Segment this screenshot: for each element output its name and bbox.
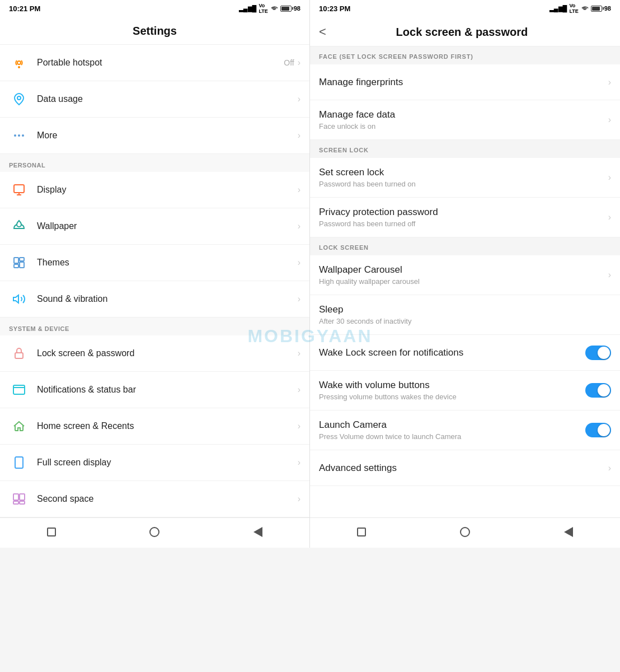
themes-icon: [9, 253, 29, 273]
secondspace-chevron: ›: [298, 494, 300, 504]
secondspace-icon: [9, 489, 29, 509]
right-battery-percent: 98: [604, 5, 611, 12]
notifications-chevron: ›: [298, 385, 300, 395]
fullscreen-icon: [9, 452, 29, 473]
svg-rect-17: [13, 501, 18, 504]
hotspot-value: Off: [284, 58, 294, 67]
sleep-item[interactable]: Sleep After 30 seconds of inactivity: [310, 295, 620, 335]
right-nav-back[interactable]: [561, 525, 576, 539]
themes-item[interactable]: Themes ›: [0, 245, 309, 281]
lockscreen-item[interactable]: Lock screen & password ›: [0, 335, 309, 372]
svg-point-3: [14, 134, 16, 137]
manage-face-title: Manage face data: [319, 109, 608, 120]
face-section-header: FACE (SET LOCK SCREEN PASSWORD FIRST): [310, 46, 620, 64]
launch-camera-item[interactable]: Launch Camera Press Volume down twice to…: [310, 410, 620, 450]
left-time: 10:21 PM: [9, 4, 40, 13]
svg-rect-10: [20, 262, 24, 268]
svg-rect-16: [20, 494, 25, 500]
advanced-settings-item[interactable]: Advanced settings ›: [310, 450, 620, 486]
svg-rect-8: [14, 264, 18, 268]
left-nav-bar: [0, 517, 309, 548]
right-nav-square[interactable]: [354, 525, 369, 539]
left-header: Settings: [0, 17, 309, 45]
fullscreen-item[interactable]: Full screen display ›: [0, 445, 309, 481]
back-button[interactable]: <: [319, 25, 326, 39]
wake-lock-item[interactable]: Wake Lock screen for notifications: [310, 335, 620, 371]
svg-rect-6: [14, 185, 24, 193]
screen-lock-chevron: ›: [608, 172, 611, 183]
carousel-chevron: ›: [608, 270, 611, 280]
advanced-settings-title: Advanced settings: [319, 463, 608, 474]
privacy-chevron: ›: [608, 212, 611, 222]
themes-chevron: ›: [298, 258, 300, 268]
right-status-icons: ▂▄▆█ VoLTE 98: [549, 3, 611, 14]
manage-fingerprints-title: Manage fingerprints: [319, 77, 608, 88]
lockscreen-chevron: ›: [298, 348, 300, 358]
right-battery-icon: [591, 6, 602, 12]
lte-icon: VoLTE: [259, 3, 267, 14]
svg-rect-14: [15, 457, 23, 468]
left-header-title: Settings: [133, 25, 177, 38]
right-lte-icon: VoLTE: [569, 3, 578, 14]
personal-section-header: PERSONAL: [0, 154, 309, 172]
more-chevron: ›: [298, 130, 300, 141]
sleep-subtitle: After 30 seconds of inactivity: [319, 317, 611, 325]
lock-icon: [9, 343, 29, 363]
right-nav-bar: [310, 517, 620, 548]
svg-point-1: [18, 67, 20, 68]
display-title: Display: [37, 185, 298, 195]
more-icon: [9, 125, 29, 146]
wallpaper-chevron: ›: [298, 221, 300, 231]
notifications-icon: [9, 380, 29, 400]
sound-item[interactable]: Sound & vibration ›: [0, 281, 309, 318]
right-wifi-icon: [581, 5, 589, 12]
launch-camera-toggle[interactable]: [585, 423, 611, 437]
more-item[interactable]: More ›: [0, 118, 309, 154]
notifications-title: Notifications & status bar: [37, 385, 298, 395]
portable-hotspot-item[interactable]: Portable hotspot Off ›: [0, 45, 309, 81]
privacy-password-subtitle: Password has been turned off: [319, 220, 608, 228]
right-nav-circle[interactable]: [458, 525, 472, 539]
fingerprints-chevron: ›: [608, 77, 611, 87]
set-screen-lock-item[interactable]: Set screen lock Password has been turned…: [310, 158, 620, 198]
wifi-icon: [270, 5, 278, 12]
svg-rect-12: [15, 353, 23, 358]
left-status-icons: ▂▄▆█ VoLTE 98: [239, 3, 300, 14]
wake-lock-toggle[interactable]: [585, 346, 611, 360]
manage-face-item[interactable]: Manage face data Face unlock is on ›: [310, 100, 620, 140]
notifications-item[interactable]: Notifications & status bar ›: [0, 372, 309, 408]
svg-point-4: [18, 134, 20, 137]
launch-camera-subtitle: Press Volume down twice to launch Camera: [319, 432, 585, 441]
manage-fingerprints-item[interactable]: Manage fingerprints ›: [310, 64, 620, 100]
homescreen-chevron: ›: [298, 421, 300, 431]
right-header-title: Lock screen & password: [326, 26, 598, 39]
left-nav-back[interactable]: [251, 525, 265, 539]
wake-volume-toggle[interactable]: [585, 383, 611, 398]
wake-volume-item[interactable]: Wake with volume buttons Pressing volume…: [310, 371, 620, 410]
homescreen-item[interactable]: Home screen & Recents ›: [0, 408, 309, 445]
wallpaper-carousel-item[interactable]: Wallpaper Carousel High quality wallpape…: [310, 255, 620, 295]
left-status-bar: 10:21 PM ▂▄▆█ VoLTE 98: [0, 0, 309, 17]
advanced-chevron: ›: [608, 463, 611, 473]
wake-volume-subtitle: Pressing volume buttons wakes the device: [319, 393, 585, 401]
svg-point-2: [17, 96, 21, 100]
homescreen-title: Home screen & Recents: [37, 421, 298, 431]
display-item[interactable]: Display ›: [0, 172, 309, 208]
set-screen-lock-title: Set screen lock: [319, 167, 608, 178]
svg-rect-15: [13, 494, 18, 500]
svg-rect-13: [13, 385, 25, 394]
hotspot-chevron: ›: [298, 58, 300, 68]
more-title: More: [37, 130, 298, 141]
launch-camera-title: Launch Camera: [319, 419, 585, 431]
data-chevron: ›: [298, 94, 300, 104]
battery-icon: [280, 6, 292, 12]
wallpaper-item[interactable]: Wallpaper ›: [0, 208, 309, 245]
left-nav-square[interactable]: [44, 525, 59, 539]
privacy-password-item[interactable]: Privacy protection password Password has…: [310, 198, 620, 237]
screen-lock-section-header: SCREEN LOCK: [310, 140, 620, 158]
left-nav-circle[interactable]: [147, 525, 162, 539]
sound-chevron: ›: [298, 294, 300, 304]
secondspace-item[interactable]: Second space ›: [0, 481, 309, 517]
sound-icon: [9, 289, 29, 309]
data-usage-item[interactable]: Data usage ›: [0, 81, 309, 118]
